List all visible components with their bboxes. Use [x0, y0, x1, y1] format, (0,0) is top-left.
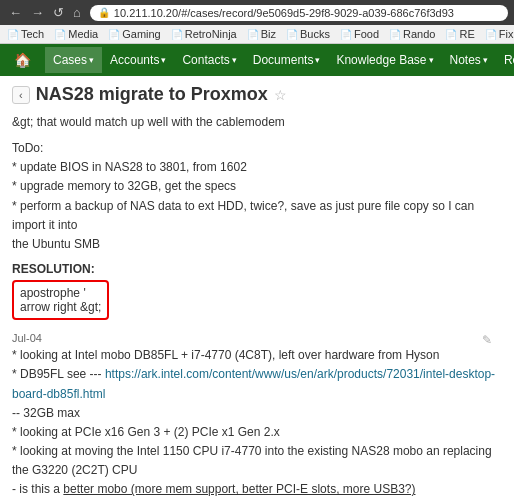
forward-button[interactable]: →: [28, 4, 47, 21]
app-nav-bar: 🏠 Cases ▾ Accounts ▾ Contacts ▾ Document…: [0, 44, 514, 76]
bookmarks-bar: 📄 Tech 📄 Media 📄 Gaming 📄 RetroNinja 📄 B…: [0, 25, 514, 44]
bookmark-label: Rando: [403, 28, 435, 40]
note-4: * looking at moving the Intel 1150 CPU i…: [12, 442, 502, 480]
note-2: -- 32GB max: [12, 404, 502, 423]
bookmark-retroninja[interactable]: 📄 RetroNinja: [168, 27, 240, 41]
page-title: NAS28 migrate to Proxmox: [36, 84, 268, 105]
chevron-down-icon: ▾: [89, 55, 94, 65]
nav-item-cases[interactable]: Cases ▾: [45, 47, 102, 73]
nav-item-knowledge-base[interactable]: Knowledge Base ▾: [328, 47, 441, 73]
bookmark-icon: 📄: [445, 29, 457, 40]
notes-content: * looking at Intel mobo DB85FL + i7-4770…: [12, 346, 502, 500]
lock-icon: 🔒: [98, 7, 110, 18]
bookmark-icon: 📄: [485, 29, 497, 40]
nav-label-cases: Cases: [53, 53, 87, 67]
todo-item-1: * upgrade memory to 32GB, get the specs: [12, 177, 502, 196]
bookmark-media[interactable]: 📄 Media: [51, 27, 101, 41]
edit-icon[interactable]: ✎: [482, 333, 492, 347]
app-home-button[interactable]: 🏠: [6, 46, 39, 74]
browser-nav-buttons[interactable]: ← → ↺ ⌂: [6, 4, 84, 21]
bookmark-icon: 📄: [7, 29, 19, 40]
bookmark-label: Media: [68, 28, 98, 40]
chevron-down-icon: ▾: [429, 55, 434, 65]
bookmark-icon: 📄: [247, 29, 259, 40]
resolution-label: RESOLUTION:: [12, 262, 502, 276]
link-intel[interactable]: https://ark.intel.com/content/www/us/en/…: [12, 367, 495, 400]
back-button[interactable]: ←: [6, 4, 25, 21]
bookmark-label: RE: [459, 28, 474, 40]
bookmark-label: Bucks: [300, 28, 330, 40]
bookmark-icon: 📄: [340, 29, 352, 40]
note-3: * looking at PCIe x16 Gen 3 + (2) PCIe x…: [12, 423, 502, 442]
bookmark-icon: 📄: [286, 29, 298, 40]
chevron-down-icon: ▾: [232, 55, 237, 65]
address-bar[interactable]: 🔒 10.211.10.20/#/cases/record/9e5069d5-2…: [90, 5, 508, 21]
bookmark-label: Gaming: [122, 28, 161, 40]
nav-label-knowledge-base: Knowledge Base: [336, 53, 426, 67]
bookmark-label: Fixit: [499, 28, 514, 40]
bookmark-rando[interactable]: 📄 Rando: [386, 27, 438, 41]
bookmark-label: RetroNinja: [185, 28, 237, 40]
bookmark-label: Biz: [261, 28, 276, 40]
bookmark-fixit[interactable]: 📄 Fixit: [482, 27, 514, 41]
resolution-line2: arrow right &gt;: [20, 300, 101, 314]
nav-label-notes: Notes: [450, 53, 481, 67]
bookmark-re[interactable]: 📄 RE: [442, 27, 477, 41]
url-text: 10.211.10.20/#/cases/record/9e5069d5-29f…: [114, 7, 454, 19]
bookmark-label: Food: [354, 28, 379, 40]
resolution-box: apostrophe ' arrow right &gt;: [12, 280, 109, 320]
nav-item-rep[interactable]: Rep: [496, 47, 514, 73]
nav-label-rep: Rep: [504, 53, 514, 67]
chevron-down-icon: ▾: [483, 55, 488, 65]
bookmark-icon: 📄: [108, 29, 120, 40]
todo-item-2: * perform a backup of NAS data to ext HD…: [12, 197, 502, 255]
resolution-line1: apostrophe ': [20, 286, 101, 300]
nav-label-documents: Documents: [253, 53, 314, 67]
bookmark-icon: 📄: [54, 29, 66, 40]
back-nav-button[interactable]: ‹: [12, 86, 30, 104]
note-1: * DB95FL see --- https://ark.intel.com/c…: [12, 365, 502, 403]
bookmark-biz[interactable]: 📄 Biz: [244, 27, 279, 41]
bookmark-food[interactable]: 📄 Food: [337, 27, 382, 41]
content-wrapper: &gt; that would match up well with the c…: [12, 113, 502, 500]
page-title-row: ‹ NAS28 migrate to Proxmox ☆: [12, 84, 502, 105]
resolution-section: RESOLUTION: apostrophe ' arrow right &gt…: [12, 262, 502, 324]
reload-button[interactable]: ↺: [50, 4, 67, 21]
bookmark-tech[interactable]: 📄 Tech: [4, 27, 47, 41]
bookmark-gaming[interactable]: 📄 Gaming: [105, 27, 164, 41]
todo-section: ToDo: * update BIOS in NAS28 to 3801, fr…: [12, 139, 502, 254]
chevron-down-icon: ▾: [315, 55, 320, 65]
star-icon[interactable]: ☆: [274, 87, 287, 103]
date-label: Jul-04: [12, 332, 502, 344]
nav-item-notes[interactable]: Notes ▾: [442, 47, 496, 73]
bookmark-label: Tech: [21, 28, 44, 40]
page-content: ‹ NAS28 migrate to Proxmox ☆ &gt; that w…: [0, 76, 514, 500]
todo-item-0: * update BIOS in NAS28 to 3801, from 160…: [12, 158, 502, 177]
note-0: * looking at Intel mobo DB85FL + i7-4770…: [12, 346, 502, 365]
chevron-down-icon: ▾: [161, 55, 166, 65]
browser-chrome: ← → ↺ ⌂ 🔒 10.211.10.20/#/cases/record/9e…: [0, 0, 514, 25]
underline-text: better mobo (more mem support, better PC…: [63, 482, 415, 496]
nav-item-accounts[interactable]: Accounts ▾: [102, 47, 174, 73]
bookmark-bucks[interactable]: 📄 Bucks: [283, 27, 333, 41]
bookmark-icon: 📄: [171, 29, 183, 40]
nav-item-documents[interactable]: Documents ▾: [245, 47, 329, 73]
todo-header: ToDo:: [12, 139, 502, 158]
nav-label-contacts: Contacts: [182, 53, 229, 67]
intro-text: &gt; that would match up well with the c…: [12, 113, 502, 131]
note-5: - is this a better mobo (more mem suppor…: [12, 480, 502, 499]
home-button[interactable]: ⌂: [70, 4, 84, 21]
bookmark-icon: 📄: [389, 29, 401, 40]
nav-item-contacts[interactable]: Contacts ▾: [174, 47, 244, 73]
nav-label-accounts: Accounts: [110, 53, 159, 67]
